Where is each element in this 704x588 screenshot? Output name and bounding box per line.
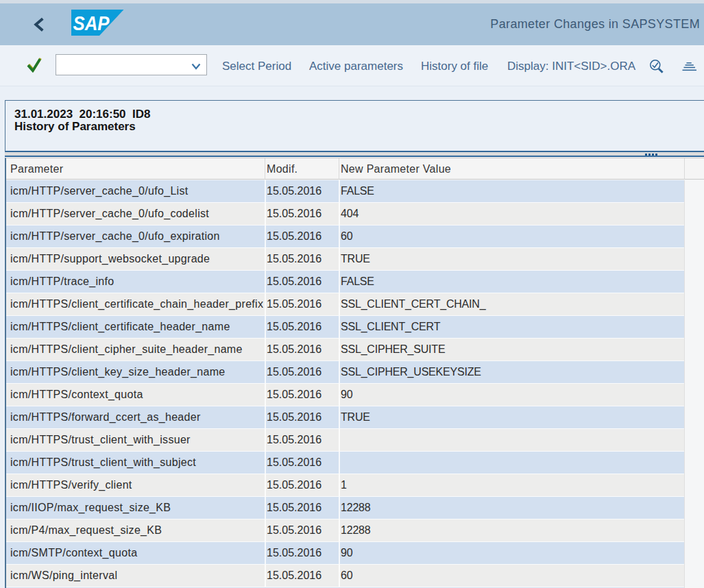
svg-text:SAP: SAP (73, 12, 110, 34)
